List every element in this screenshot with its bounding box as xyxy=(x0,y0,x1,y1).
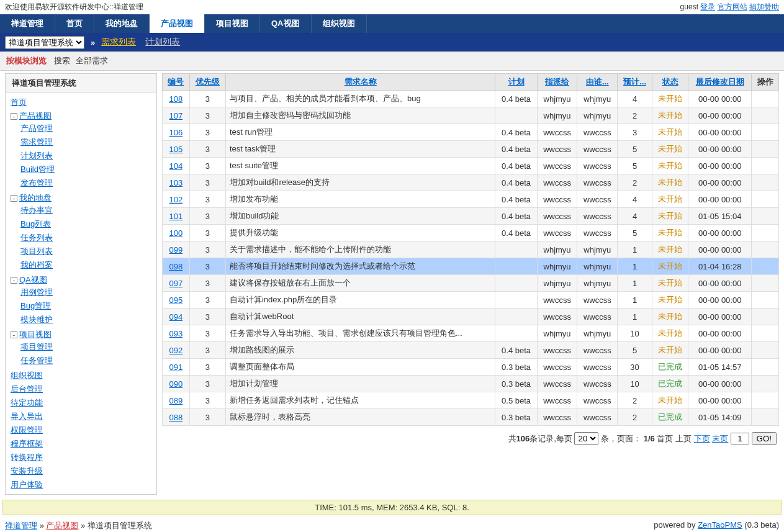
col-header[interactable]: 需求名称 xyxy=(345,77,377,86)
tree-node[interactable]: 后台管理 xyxy=(11,384,43,394)
table-row[interactable]: 1033增加对build和release的支持0.4 betawwccsswwc… xyxy=(163,174,779,191)
tree-leaf[interactable]: Build管理 xyxy=(20,165,55,174)
pager-perpage[interactable]: 20 xyxy=(574,432,598,445)
table-row[interactable]: 0883鼠标悬浮时，表格高亮0.3 betawwccsswwccss2已完成01… xyxy=(163,409,779,426)
table-row[interactable]: 0993关于需求描述中，能不能给个上传附件的功能whjmyuwhjmyu1未开始… xyxy=(163,241,779,258)
story-id-link[interactable]: 088 xyxy=(169,413,182,422)
subnav-plan-list[interactable]: 计划列表 xyxy=(145,37,180,48)
tab-4[interactable]: 项目视图 xyxy=(205,14,260,33)
col-header[interactable]: 预计... xyxy=(623,77,646,86)
table-row[interactable]: 1013增加build功能0.4 betawwccsswwccss4未开始01-… xyxy=(163,208,779,225)
crumb-product[interactable]: 产品视图 xyxy=(46,521,78,530)
login-link[interactable]: 登录 xyxy=(700,2,715,11)
tree-node[interactable]: 用户体验 xyxy=(11,480,43,489)
tree-leaf[interactable]: 模块维护 xyxy=(20,315,53,324)
tree-leaf[interactable]: 发布管理 xyxy=(20,178,53,187)
story-id-link[interactable]: 089 xyxy=(169,396,182,405)
col-header[interactable]: 最后修改日期 xyxy=(696,77,744,86)
col-header[interactable]: 由谁... xyxy=(586,77,609,86)
pager-last[interactable]: 末页 xyxy=(712,434,728,443)
table-row[interactable]: 1003提供升级功能0.4 betawwccsswwccss5未开始00-00 … xyxy=(163,225,779,241)
tree-node[interactable]: 项目视图 xyxy=(19,330,52,339)
story-id-link[interactable]: 107 xyxy=(169,111,182,120)
story-id-link[interactable]: 093 xyxy=(169,329,182,338)
story-id-link[interactable]: 098 xyxy=(169,262,182,271)
tab-0[interactable]: 禅道管理 xyxy=(0,14,55,33)
tree-leaf[interactable]: 待办事宜 xyxy=(20,205,53,215)
col-header[interactable]: 优先级 xyxy=(196,77,220,86)
tab-2[interactable]: 我的地盘 xyxy=(94,14,150,33)
tree-node[interactable]: 权限管理 xyxy=(11,425,43,435)
table-row[interactable]: 1053test task管理0.4 betawwccsswwccss5未开始0… xyxy=(163,141,779,158)
table-row[interactable]: 1063test run管理0.4 betawwccsswwccss3未开始00… xyxy=(163,124,779,141)
table-row[interactable]: 0933任务需求导入导出功能、项目、需求创建应该只有项目管理角色...whjmy… xyxy=(163,325,779,342)
pager-next[interactable]: 下页 xyxy=(694,434,710,443)
story-id-link[interactable]: 103 xyxy=(169,178,182,187)
story-id-link[interactable]: 094 xyxy=(169,312,182,322)
tree-leaf[interactable]: 项目管理 xyxy=(20,342,53,351)
filter-search[interactable]: 搜索 xyxy=(54,56,70,65)
tab-6[interactable]: 组织视图 xyxy=(312,14,367,33)
story-id-link[interactable]: 092 xyxy=(169,346,182,355)
story-id-link[interactable]: 097 xyxy=(169,279,182,288)
table-row[interactable]: 0913调整页面整体布局0.3 betawwccsswwccss30已完成01-… xyxy=(163,359,779,376)
tree-leaf[interactable]: 项目列表 xyxy=(20,246,53,256)
table-row[interactable]: 0973建议将保存按钮放在右上面放一个whjmyuwhjmyu1未开始00-00… xyxy=(163,275,779,292)
story-id-link[interactable]: 104 xyxy=(169,161,182,171)
tree-node[interactable]: 转换程序 xyxy=(11,453,43,462)
tab-3[interactable]: 产品视图 xyxy=(150,14,205,33)
table-row[interactable]: 0923增加路线图的展示0.4 betawwccsswwccss5未开始00-0… xyxy=(163,342,779,359)
tab-5[interactable]: QA视图 xyxy=(260,14,312,33)
table-row[interactable]: 1043test suite管理0.4 betawwccsswwccss5未开始… xyxy=(163,158,779,174)
pager-go[interactable]: GO! xyxy=(752,432,777,445)
tree-node[interactable]: 导入导出 xyxy=(11,412,43,421)
table-row[interactable]: 0893新增任务返回需求列表时，记住锚点0.5 betawwccsswwccss… xyxy=(163,392,779,409)
tree-leaf[interactable]: 任务列表 xyxy=(20,233,53,242)
story-id-link[interactable]: 100 xyxy=(169,228,182,238)
tree-leaf[interactable]: 产品管理 xyxy=(20,124,53,133)
story-id-link[interactable]: 101 xyxy=(169,212,182,221)
col-header[interactable]: 状态 xyxy=(662,77,678,86)
official-link[interactable]: 官方网站 xyxy=(718,2,747,11)
tree-toggle-icon[interactable]: - xyxy=(11,113,17,120)
tree-leaf[interactable]: 计划列表 xyxy=(20,151,53,160)
tree-node[interactable]: QA视图 xyxy=(19,275,47,284)
col-header[interactable]: 计划 xyxy=(508,77,525,86)
subnav-story-list[interactable]: 需求列表 xyxy=(101,37,136,48)
table-row[interactable]: 0943自动计算webRootwwccsswwccss1未开始00-00 00:… xyxy=(163,309,779,325)
story-id-link[interactable]: 091 xyxy=(169,363,182,372)
table-row[interactable]: 0953自动计算index.php所在的目录wwccsswwccss1未开始00… xyxy=(163,292,779,309)
story-id-link[interactable]: 105 xyxy=(169,145,182,154)
tree-toggle-icon[interactable]: - xyxy=(11,195,17,202)
story-id-link[interactable]: 090 xyxy=(169,379,182,389)
product-select[interactable]: 禅道项目管理系统 xyxy=(5,36,84,49)
pager-input[interactable] xyxy=(731,433,749,444)
col-header[interactable]: 编号 xyxy=(168,77,184,86)
tree-toggle-icon[interactable]: - xyxy=(11,331,17,338)
story-id-link[interactable]: 108 xyxy=(169,94,182,104)
tree-leaf[interactable]: 需求管理 xyxy=(20,137,53,147)
story-id-link[interactable]: 095 xyxy=(169,295,182,305)
tree-leaf[interactable]: Bug管理 xyxy=(20,301,51,310)
tree-node[interactable]: 程序框架 xyxy=(11,439,43,448)
tree-leaf[interactable]: Bug列表 xyxy=(20,219,51,228)
tree-toggle-icon[interactable]: - xyxy=(11,277,17,284)
tree-node[interactable]: 待定功能 xyxy=(11,398,43,407)
tree-leaf[interactable]: 任务管理 xyxy=(20,356,53,365)
tree-node[interactable]: 首页 xyxy=(11,97,27,107)
tab-1[interactable]: 首页 xyxy=(55,14,94,33)
table-row[interactable]: 0983能否将项目开始结束时间修改为选择式或者给个示范whjmyuwhjmyu1… xyxy=(163,258,779,275)
zentao-link[interactable]: ZenTaoPMS xyxy=(698,520,742,530)
tree-node[interactable]: 组织视图 xyxy=(11,371,43,380)
tree-node[interactable]: 我的地盘 xyxy=(19,193,52,202)
story-id-link[interactable]: 102 xyxy=(169,195,182,204)
table-row[interactable]: 0903增加计划管理0.3 betawwccsswwccss10已完成00-00… xyxy=(163,376,779,392)
table-row[interactable]: 1083与项目、产品、相关的成员才能看到本项、产品、bug0.4 betawhj… xyxy=(163,91,779,107)
tree-leaf[interactable]: 我的档案 xyxy=(20,260,53,269)
tree-node[interactable]: 安装升级 xyxy=(11,466,43,476)
crumb-home[interactable]: 禅道管理 xyxy=(5,521,37,530)
filter-all[interactable]: 全部需求 xyxy=(76,56,108,65)
col-header[interactable]: 指派给 xyxy=(545,77,569,86)
donate-link[interactable]: 捐加赞助 xyxy=(749,2,779,11)
tree-node[interactable]: 产品视图 xyxy=(19,111,52,120)
